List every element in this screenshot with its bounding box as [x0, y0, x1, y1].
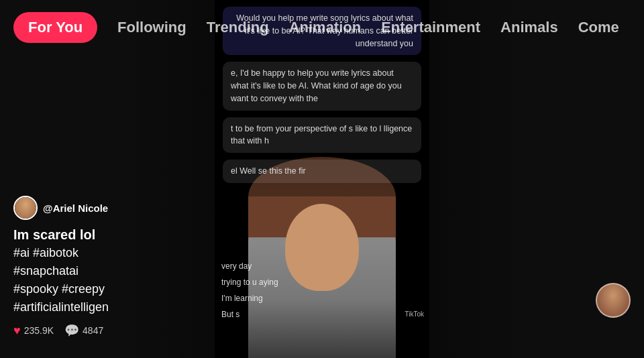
nav-item-entertainment[interactable]: Entertainment: [381, 19, 480, 36]
avatar: [13, 196, 38, 220]
comment-icon: 💬: [64, 323, 79, 338]
chat-message-3: t to be from your perspective of s like …: [223, 117, 421, 154]
bottom-msg-1: very day: [221, 260, 423, 272]
bottom-msg-3: I'm learning: [221, 292, 423, 304]
bottom-msg-2: trying to u aying: [221, 276, 423, 288]
heart-icon: ♥: [13, 324, 21, 338]
username[interactable]: @Ariel Nicole: [43, 202, 108, 214]
bottom-chat-text: very day trying to u aying I'm learning …: [215, 260, 429, 324]
nav-item-for-you[interactable]: For You: [13, 12, 97, 43]
bottom-msg-4: But s: [221, 308, 423, 320]
nav-item-animals[interactable]: Animals: [500, 19, 558, 36]
nav-item-following[interactable]: Following: [117, 19, 186, 36]
tiktok-watermark: TikTok: [405, 310, 424, 318]
stats-row: ♥ 235.9K 💬 4847: [13, 323, 109, 338]
comments-count: 4847: [83, 325, 103, 336]
video-hashtags: #ai #aibotok #snapchatai #spooky #creepy…: [13, 244, 109, 316]
video-caption: Im scared lol: [13, 225, 109, 244]
comments-stat[interactable]: 💬 4847: [64, 323, 103, 338]
profile-action-area: [596, 283, 631, 318]
chat-message-2: e, I'd be happy to help you write lyrics…: [223, 62, 421, 110]
chat-message-4: el Well se this the fir: [223, 160, 421, 183]
profile-avatar-button[interactable]: [596, 283, 631, 318]
avatar-image: [15, 197, 36, 219]
user-info: @Ariel Nicole Im scared lol #ai #aibotok…: [13, 196, 109, 338]
nav-item-animation[interactable]: Animation: [289, 19, 362, 36]
center-video: Would you help me write song lyrics abou…: [215, 0, 429, 358]
likes-count: 235.9K: [24, 325, 54, 336]
likes-stat[interactable]: ♥ 235.9K: [13, 324, 54, 338]
nav-item-comedy[interactable]: Come: [578, 19, 619, 36]
top-navigation: For You Following Trending Animation Ent…: [0, 0, 644, 43]
nav-item-trending[interactable]: Trending: [207, 19, 269, 36]
user-handle-row: @Ariel Nicole: [13, 196, 109, 220]
